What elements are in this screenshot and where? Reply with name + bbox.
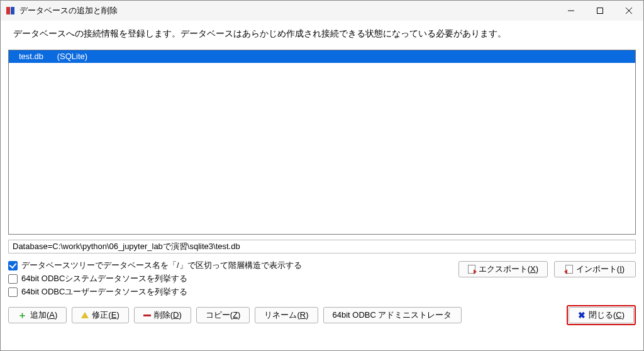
button-label: 閉じる(C) (589, 309, 625, 321)
button-label: インポート(I) (576, 264, 625, 275)
edit-button[interactable]: 修正(E) (72, 307, 128, 323)
dialog-window: データベースの追加と削除 データベースへの接続情報を登録します。データベースはあ… (0, 0, 644, 351)
button-label: 64bit ODBC アドミニストレータ (333, 309, 452, 321)
option-odbc-user[interactable]: 64bit ODBCユーザーデータソースを列挙する (8, 286, 458, 298)
button-label: エクスポート(X) (479, 264, 538, 275)
window-title: データベースの追加と削除 (19, 5, 557, 16)
option-label: 64bit ODBCシステムデータソースを列挙する (21, 273, 187, 284)
checkbox-icon[interactable] (8, 261, 18, 270)
window-controls (557, 1, 643, 21)
option-odbc-system[interactable]: 64bit ODBCシステムデータソースを列挙する (8, 273, 458, 284)
button-label: 追加(A) (30, 309, 57, 321)
close-icon: ✖ (578, 310, 586, 320)
database-list-item[interactable]: test.db (SQLite) (9, 50, 635, 63)
close-button[interactable]: ✖ 閉じる(C) (569, 307, 634, 323)
options-right: エクスポート(X) インポート(I) (458, 261, 636, 277)
connection-string-field[interactable]: Database=C:\work\python\06_jupyter_labで演… (8, 240, 636, 254)
db-name: test.db (19, 52, 43, 61)
button-label: 修正(E) (92, 309, 119, 321)
export-icon (468, 265, 475, 274)
maximize-button[interactable] (586, 1, 614, 21)
option-label: データベースツリーでデータベース名を「/」で区切って階層構造で表示する (21, 260, 302, 271)
titlebar: データベースの追加と削除 (1, 1, 643, 21)
delete-button[interactable]: 削除(D) (134, 307, 191, 323)
warning-icon (81, 312, 89, 318)
import-button[interactable]: インポート(I) (554, 261, 636, 277)
svg-rect-1 (11, 7, 14, 14)
dialog-description: データベースへの接続情報を登録します。データベースはあらかじめ作成され接続できる… (1, 21, 643, 45)
minus-icon (143, 315, 151, 316)
options-left: データベースツリーでデータベース名を「/」で区切って階層構造で表示する 64bi… (8, 260, 458, 298)
plus-icon: ＋ (18, 309, 27, 321)
database-listbox[interactable]: test.db (SQLite) (8, 50, 636, 235)
close-button-highlight: ✖ 閉じる(C) (567, 305, 636, 325)
import-icon (565, 265, 573, 274)
export-button[interactable]: エクスポート(X) (458, 261, 548, 277)
option-tree-slash[interactable]: データベースツリーでデータベース名を「/」で区切って階層構造で表示する (8, 260, 458, 271)
option-label: 64bit ODBCユーザーデータソースを列挙する (21, 286, 187, 298)
copy-button[interactable]: コピー(Z) (196, 307, 250, 323)
checkbox-icon[interactable] (8, 274, 18, 284)
button-label: リネーム(R) (264, 309, 308, 321)
app-icon (6, 6, 16, 16)
button-label: コピー(Z) (206, 309, 241, 321)
minimize-button[interactable] (557, 1, 586, 21)
action-button-row: ＋ 追加(A) 修正(E) 削除(D) コピー(Z) リネーム(R) 64bit… (8, 305, 636, 325)
svg-rect-3 (597, 8, 603, 14)
checkbox-icon[interactable] (8, 287, 18, 297)
rename-button[interactable]: リネーム(R) (255, 307, 318, 323)
odbc-admin-button[interactable]: 64bit ODBC アドミニストレータ (323, 307, 462, 323)
svg-rect-0 (6, 7, 10, 14)
options-zone: データベースツリーでデータベース名を「/」で区切って階層構造で表示する 64bi… (8, 260, 636, 299)
close-window-button[interactable] (614, 1, 643, 21)
button-label: 削除(D) (154, 309, 182, 321)
db-type: (SQLite) (57, 52, 87, 61)
add-button[interactable]: ＋ 追加(A) (8, 307, 67, 323)
